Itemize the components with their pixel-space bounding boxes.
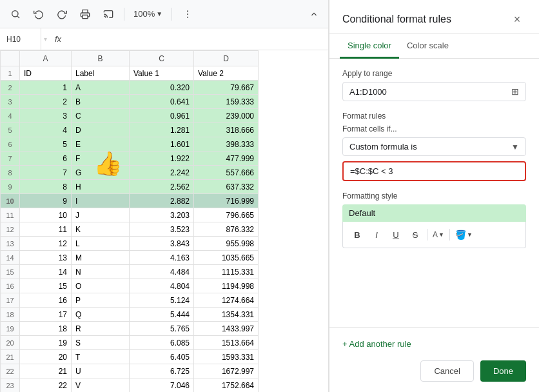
cell-label[interactable]: M bbox=[72, 251, 130, 265]
cell-value1[interactable]: 2.882 bbox=[130, 194, 194, 208]
cell-id[interactable]: 6 bbox=[20, 152, 72, 166]
cell-id[interactable]: 3 bbox=[20, 109, 72, 123]
table-row[interactable]: 21A0.32079.667 bbox=[1, 81, 259, 95]
table-row[interactable]: 1312L3.843955.998 bbox=[1, 237, 259, 251]
cell-value2[interactable]: 79.667 bbox=[194, 81, 259, 95]
cell-id[interactable]: 18 bbox=[20, 322, 72, 336]
formula-input[interactable] bbox=[342, 161, 526, 181]
tab-single-color[interactable]: Single color bbox=[340, 34, 399, 59]
cell-value2[interactable]: 1433.997 bbox=[194, 322, 259, 336]
cell-id[interactable]: 1 bbox=[20, 81, 72, 95]
cell-id[interactable]: 2 bbox=[20, 95, 72, 109]
table-row[interactable]: 109I2.882716.999 bbox=[1, 194, 259, 208]
cell-value2[interactable]: 239.000 bbox=[194, 109, 259, 123]
cell-value1[interactable]: 4.484 bbox=[130, 265, 194, 279]
cell-label[interactable]: L bbox=[72, 237, 130, 251]
cell-id[interactable]: 20 bbox=[20, 350, 72, 364]
col-header-c[interactable]: C bbox=[130, 51, 194, 66]
cell-value1[interactable]: 3.203 bbox=[130, 208, 194, 222]
cell-reference[interactable]: H10 bbox=[3, 28, 41, 50]
undo-button[interactable] bbox=[28, 4, 49, 24]
more-options-button[interactable] bbox=[177, 4, 198, 24]
cell-value2[interactable]: 557.666 bbox=[194, 166, 259, 180]
cell-id[interactable]: 22 bbox=[20, 378, 72, 393]
cell-value1[interactable]: 0.961 bbox=[130, 109, 194, 123]
table-row[interactable]: 2322V7.0461752.664 bbox=[1, 378, 259, 393]
cell-value1[interactable]: 0.320 bbox=[130, 81, 194, 95]
cell-value2[interactable]: 1752.664 bbox=[194, 378, 259, 393]
table-row[interactable]: 1211K3.523876.332 bbox=[1, 222, 259, 237]
table-row[interactable]: 65E1.601398.333 bbox=[1, 137, 259, 152]
cell-label[interactable]: Q bbox=[72, 308, 130, 322]
cell-label[interactable]: C bbox=[72, 109, 130, 123]
cell-value2[interactable]: 637.332 bbox=[194, 180, 259, 194]
table-row[interactable]: 1615O4.8041194.998 bbox=[1, 279, 259, 293]
cell-label[interactable]: U bbox=[72, 364, 130, 378]
cell-value1[interactable]: 7.046 bbox=[130, 378, 194, 393]
cell-value1[interactable]: 5.124 bbox=[130, 293, 194, 308]
col-header-b[interactable]: B bbox=[72, 51, 130, 66]
cell-value2[interactable]: 1672.997 bbox=[194, 364, 259, 378]
table-row[interactable]: 1716P5.1241274.664 bbox=[1, 293, 259, 308]
fill-color-button[interactable]: 🪣 ▼ bbox=[453, 228, 475, 241]
cell-id[interactable]: 21 bbox=[20, 364, 72, 378]
table-row[interactable]: 1413M4.1631035.665 bbox=[1, 251, 259, 265]
cell-label[interactable]: A bbox=[72, 81, 130, 95]
table-row[interactable]: 2120T6.4051593.331 bbox=[1, 350, 259, 364]
cell-value1[interactable]: 1.281 bbox=[130, 123, 194, 137]
cell-id[interactable]: 9 bbox=[20, 194, 72, 208]
cell-id[interactable]: 14 bbox=[20, 265, 72, 279]
cell-label[interactable]: E bbox=[72, 137, 130, 152]
table-row[interactable]: 76F1.922477.999 bbox=[1, 152, 259, 166]
cell-id[interactable]: 4 bbox=[20, 123, 72, 137]
cell-id[interactable]: 12 bbox=[20, 237, 72, 251]
cell-label[interactable]: D bbox=[72, 123, 130, 137]
cell-id[interactable]: 16 bbox=[20, 293, 72, 308]
cell-label[interactable]: B bbox=[72, 95, 130, 109]
col-header-a[interactable]: A bbox=[20, 51, 72, 66]
table-row[interactable]: 98H2.562637.332 bbox=[1, 180, 259, 194]
cell-value1[interactable]: 5.444 bbox=[130, 308, 194, 322]
cell-label[interactable]: P bbox=[72, 293, 130, 308]
cell-value1[interactable]: 2.562 bbox=[130, 180, 194, 194]
cell-label[interactable]: S bbox=[72, 336, 130, 350]
search-button[interactable] bbox=[5, 4, 26, 24]
cell-id[interactable]: 5 bbox=[20, 137, 72, 152]
table-row[interactable]: 2221U6.7251672.997 bbox=[1, 364, 259, 378]
cell-label[interactable]: J bbox=[72, 208, 130, 222]
cell-label[interactable]: G bbox=[72, 166, 130, 180]
cell-value1[interactable]: 6.085 bbox=[130, 336, 194, 350]
cell-value1[interactable]: 3.843 bbox=[130, 237, 194, 251]
table-row[interactable]: 1918R5.7651433.997 bbox=[1, 322, 259, 336]
cell-id[interactable]: 19 bbox=[20, 336, 72, 350]
cell-label[interactable]: T bbox=[72, 350, 130, 364]
cell-value1[interactable]: 1.601 bbox=[130, 137, 194, 152]
add-rule-button[interactable]: + Add another rule bbox=[342, 335, 411, 353]
cell-value1[interactable]: 6.725 bbox=[130, 364, 194, 378]
cell-value1[interactable]: 4.804 bbox=[130, 279, 194, 293]
table-row[interactable]: 2019S6.0851513.664 bbox=[1, 336, 259, 350]
cell-label[interactable]: F bbox=[72, 152, 130, 166]
cell-id[interactable]: 10 bbox=[20, 208, 72, 222]
tab-color-scale[interactable]: Color scale bbox=[399, 34, 456, 59]
cell-label[interactable]: H bbox=[72, 180, 130, 194]
cell-value2[interactable]: 1035.665 bbox=[194, 251, 259, 265]
cell-label[interactable]: K bbox=[72, 222, 130, 237]
table-row[interactable]: 43C0.961239.000 bbox=[1, 109, 259, 123]
cell-id[interactable]: 17 bbox=[20, 308, 72, 322]
table-row[interactable]: 87G2.242557.666 bbox=[1, 166, 259, 180]
cell-value1[interactable]: 0.641 bbox=[130, 95, 194, 109]
cell-value2[interactable]: 159.333 bbox=[194, 95, 259, 109]
cell-value1[interactable]: 4.163 bbox=[130, 251, 194, 265]
cell-value2[interactable]: 1513.664 bbox=[194, 336, 259, 350]
cell-label[interactable]: O bbox=[72, 279, 130, 293]
cell-id[interactable]: 11 bbox=[20, 222, 72, 237]
cell-label[interactable]: R bbox=[72, 322, 130, 336]
cell-value2[interactable]: 1194.998 bbox=[194, 279, 259, 293]
table-row[interactable]: 1817Q5.4441354.331 bbox=[1, 308, 259, 322]
table-row[interactable]: 1514N4.4841115.331 bbox=[1, 265, 259, 279]
close-panel-button[interactable]: × bbox=[508, 10, 526, 28]
cell-value2[interactable]: 1115.331 bbox=[194, 265, 259, 279]
italic-button[interactable]: I bbox=[368, 226, 386, 244]
cell-label[interactable]: N bbox=[72, 265, 130, 279]
